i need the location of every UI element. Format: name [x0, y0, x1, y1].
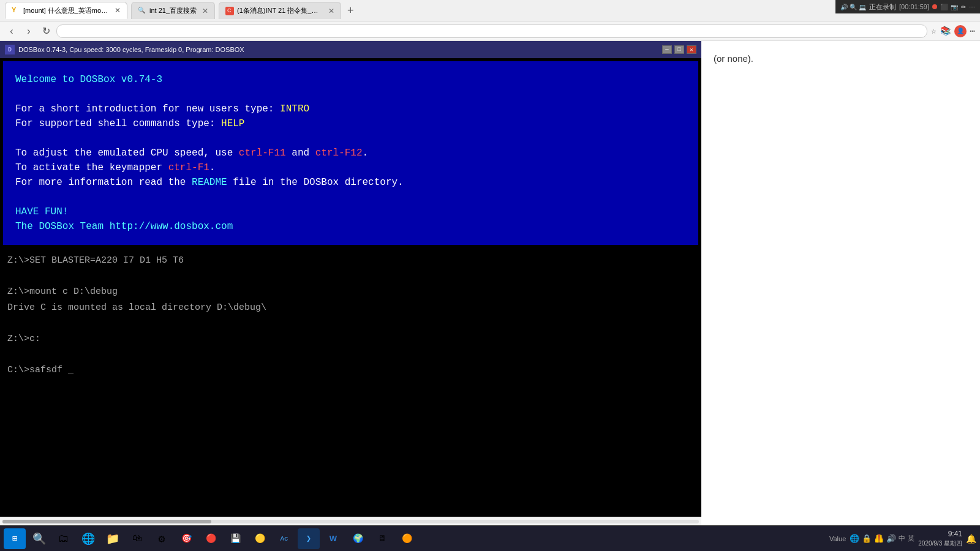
tab-3-close[interactable]: ✕ — [328, 7, 334, 15]
vscode-button[interactable]: ❯ — [298, 528, 320, 549]
cmd-line-3: Drive C is mounted as local directory D:… — [7, 300, 694, 316]
tab-2[interactable]: 🔍 int 21_百度搜索 ✕ — [131, 2, 215, 19]
network-icon[interactable]: 🌐 — [850, 534, 859, 543]
welcome-spacer-3 — [15, 190, 686, 204]
start-button[interactable]: ⊞ — [4, 528, 26, 549]
security-icon[interactable]: 🔒 — [862, 534, 872, 543]
address-bar[interactable] — [56, 24, 927, 38]
bottom-scrollbar[interactable] — [0, 517, 701, 525]
taskbar: ⊞ 🔍 🗂 🌐 📁 🛍 ⚙ 🎯 🔴 💾 🟡 — [0, 525, 980, 551]
back-button[interactable]: ‹ — [5, 24, 18, 38]
browser-tab-bar: Y [mount] 什么意思_英语moun... ✕ 🔍 int 21_百度搜索… — [0, 0, 980, 21]
chrome-button[interactable]: 🌍 — [347, 528, 369, 549]
new-tab-button[interactable]: + — [345, 4, 356, 17]
app9-icon: 🔴 — [206, 533, 216, 544]
tab-3[interactable]: C (1条消息)INT 21 指令集_ReZer... ✕ — [219, 2, 341, 19]
browser-right-content: (or none). — [701, 41, 980, 525]
dosbox-terminal[interactable]: Welcome to DOSBox v0.74-3 For a short in… — [0, 58, 701, 517]
cmd-spacer-3 — [7, 347, 694, 362]
rec-more[interactable]: ⋯ — [969, 4, 975, 10]
rec-edit[interactable]: ✏ — [961, 4, 966, 10]
rec-cam[interactable]: 📷 — [951, 4, 958, 10]
app12-button[interactable]: Ac — [273, 528, 295, 549]
welcome-line-11: The DOSBox Team http://www.dosbox.com — [15, 219, 686, 234]
taskbar-clock[interactable]: 9:41 2020/9/3 星期四 — [918, 530, 962, 547]
app9-button[interactable]: 🔴 — [200, 528, 222, 549]
notification-button[interactable]: 🔔 — [966, 534, 976, 544]
clock-date: 2020/9/3 星期四 — [918, 539, 962, 547]
app8-button[interactable]: 🎯 — [175, 528, 197, 549]
minimize-button[interactable]: ─ — [662, 45, 672, 54]
cmd-line-4: Z:\>c: — [7, 331, 694, 347]
word-button[interactable]: W — [322, 528, 344, 549]
welcome-line-1: Welcome to DOSBox v0.74-3 — [15, 72, 686, 87]
clock-time: 9:41 — [918, 530, 962, 539]
tab-1[interactable]: Y [mount] 什么意思_英语moun... ✕ — [5, 2, 127, 19]
maximize-button[interactable]: □ — [674, 45, 684, 54]
cmd-spacer-1 — [7, 269, 694, 285]
app10-button[interactable]: 💾 — [224, 528, 246, 549]
forward-button[interactable]: › — [22, 24, 36, 38]
dosbox-command-area: Z:\>SET BLASTER=A220 I7 D1 H5 T6 Z:\>mou… — [0, 248, 701, 517]
fav-icon[interactable]: ☆ — [931, 26, 936, 36]
terminal-button[interactable]: 🖥 — [371, 528, 393, 549]
vscode-icon: ❯ — [306, 533, 311, 544]
recording-bar: 🔊 🔍 💻 正在录制 [00:01:59] ⬛ 📷 ✏ ⋯ — [835, 0, 980, 13]
app11-icon: 🟡 — [255, 533, 265, 544]
search-button[interactable]: 🔍 — [28, 528, 50, 549]
tab-1-close[interactable]: ✕ — [115, 6, 121, 15]
app11-button[interactable]: 🟡 — [249, 528, 271, 549]
welcome-line-7: To activate the keymapper ctrl-F1. — [15, 160, 686, 175]
nav-icons-right: ☆ 📚 👤 ⋯ — [931, 25, 975, 37]
main-content: D DOSBox 0.74-3, Cpu speed: 3000 cycles,… — [0, 41, 980, 525]
ime-zh-icon[interactable]: 中 — [899, 534, 905, 543]
welcome-line-4: For supported shell commands type: HELP — [15, 116, 686, 131]
app-last-icon: 🟠 — [402, 533, 412, 544]
tab-1-icon: Y — [12, 6, 20, 15]
file-explorer-button[interactable]: 📁 — [102, 528, 124, 549]
volume-icon[interactable]: 🔊 — [886, 534, 896, 543]
browser-content-text: (or none). — [714, 53, 968, 64]
welcome-spacer-2 — [15, 131, 686, 146]
profile-icon[interactable]: 👤 — [954, 25, 967, 37]
welcome-line-3: For a short introduction for new users t… — [15, 102, 686, 116]
tab-2-label: int 21_百度搜索 — [149, 6, 197, 15]
terminal-icon: 🖥 — [378, 534, 386, 544]
dosbox-window-buttons: ─ □ ✕ — [662, 45, 696, 54]
app10-icon: 💾 — [230, 533, 241, 544]
edge-button[interactable]: 🌐 — [77, 528, 99, 549]
dosbox-titlebar: D DOSBox 0.74-3, Cpu speed: 3000 cycles,… — [0, 41, 701, 58]
ime-en-icon[interactable]: 英 — [908, 534, 914, 543]
antivirus-icon[interactable]: 🦺 — [874, 534, 884, 543]
rec-dot — [932, 4, 937, 9]
welcome-line-6: To adjust the emulated CPU speed, use ct… — [15, 146, 686, 160]
welcome-line-8: For more information read the README fil… — [15, 175, 686, 190]
scrollbar-track[interactable] — [2, 520, 699, 523]
dosbox-welcome-box: Welcome to DOSBox v0.74-3 For a short in… — [3, 61, 698, 245]
scrollbar-thumb[interactable] — [2, 520, 211, 523]
settings-icon[interactable]: ⋯ — [970, 26, 975, 36]
app7-button[interactable]: ⚙ — [151, 528, 173, 549]
dosbox-title: DOSBox 0.74-3, Cpu speed: 3000 cycles, F… — [18, 46, 658, 53]
welcome-line-10: HAVE FUN! — [15, 204, 686, 219]
task-view-button[interactable]: 🗂 — [53, 528, 75, 549]
refresh-button[interactable]: ↻ — [39, 24, 53, 38]
start-icon: ⊞ — [12, 533, 17, 544]
rec-stop[interactable]: ⬛ — [940, 4, 948, 10]
search-icon: 🔍 — [32, 532, 46, 545]
collections-icon[interactable]: 📚 — [940, 26, 951, 36]
recording-icons: 🔊 🔍 💻 — [840, 4, 866, 10]
app7-icon: ⚙ — [159, 532, 165, 545]
dosbox-app-icon: D — [5, 45, 15, 54]
close-button[interactable]: ✕ — [687, 45, 696, 54]
store-button[interactable]: 🛍 — [126, 528, 148, 549]
cmd-line-5: C:\>safsdf _ — [7, 362, 694, 378]
cmd-line-2: Z:\>mount c D:\debug — [7, 284, 694, 300]
task-view-icon: 🗂 — [58, 532, 69, 545]
recording-label: 正在录制 — [869, 2, 896, 12]
chrome-icon: 🌍 — [353, 533, 363, 544]
app-last-button[interactable]: 🟠 — [396, 528, 418, 549]
tab-2-close[interactable]: ✕ — [202, 7, 208, 15]
word-icon: W — [330, 534, 337, 543]
tab-2-icon: 🔍 — [138, 7, 146, 15]
